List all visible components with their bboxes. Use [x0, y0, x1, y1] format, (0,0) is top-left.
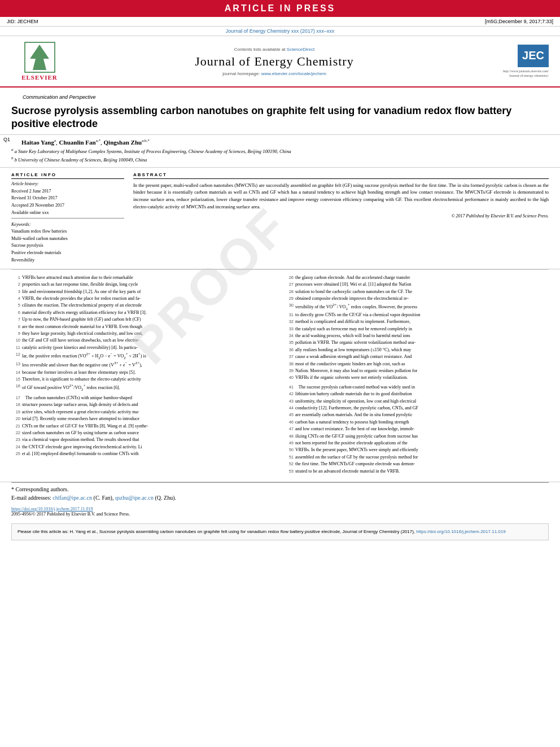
journal-subtitle-line: Journal of Energy Chemistry xxx (2017) x…: [0, 27, 560, 36]
line-35: 35: [285, 339, 294, 346]
line-42: 42: [285, 391, 294, 397]
email-zhu-name: (Q. Zhu).: [155, 495, 176, 501]
q1-marker: Q1: [3, 137, 10, 142]
article-info-heading: ARTICLE INFO: [11, 172, 124, 179]
line-17: 17: [11, 395, 20, 401]
body-right-col: 26the glassy carbon electrode. And the a…: [285, 274, 549, 477]
line-4: 4: [11, 295, 20, 302]
line-8: 8: [11, 324, 20, 330]
jec-logo: JEC: [518, 45, 549, 67]
affiliation-a: a a State Key Laboratory of Multiphase C…: [11, 147, 549, 155]
line-46: 46: [285, 419, 294, 426]
doi-link[interactable]: https://doi.org/10.1016/j.jechem.2017.11…: [11, 506, 93, 512]
email-chlfan[interactable]: chlfan@ipe.ac.cn: [53, 495, 92, 501]
line-2: 2: [11, 281, 20, 288]
line-15: 15: [11, 376, 20, 383]
accepted-date: Accepted 20 November 2017: [11, 202, 124, 209]
article-in-press-banner: ARTICLE IN PRESS: [0, 0, 560, 17]
line-28: 28: [285, 289, 294, 295]
line-39: 39: [285, 368, 294, 374]
body-right-para-2: 41 The sucrose pyrolysis carbon-coated m…: [285, 384, 549, 475]
body-left-para-1: 1VRFBs have attracted much attention due…: [11, 274, 275, 392]
abstract-text: In the present paper, multi-walled carbo…: [133, 182, 549, 211]
email-fan-name: (C. Fan),: [94, 495, 115, 501]
line-11: 11: [11, 344, 20, 351]
elsevier-tree-icon: [24, 42, 55, 73]
sciencedirect-link[interactable]: ScienceDirect: [287, 47, 314, 52]
author-chuanlin: Chuanlin Fan: [59, 138, 96, 145]
body-right-para-1: 26the glassy carbon electrode. And the a…: [285, 274, 549, 382]
line-9: 9: [11, 330, 20, 337]
article-title: Sucrose pyrolysis assembling carbon nano…: [0, 102, 560, 135]
issn-line: 2095-4956/© 2017 Published by Elsevier B…: [11, 512, 130, 517]
line-26: 26: [285, 274, 294, 281]
doi-section: https://doi.org/10.1016/j.jechem.2017.11…: [0, 504, 560, 519]
keyword-1: Vanadium redox flow batteries: [11, 228, 124, 235]
elsevier-logo: ELSEVIER: [11, 42, 68, 81]
line-10: 10: [11, 337, 20, 344]
line-21: 21: [11, 423, 20, 430]
line-1: 1: [11, 274, 20, 281]
available-online: Available online xxx: [11, 209, 124, 217]
homepage-url[interactable]: www.elsevier.com/locate/jechem: [261, 71, 326, 76]
info-divider: [11, 218, 124, 219]
line-49: 49: [285, 440, 294, 447]
line-5: 5: [11, 302, 20, 309]
line-32: 32: [285, 318, 294, 325]
jid-left: JID: JECHEM: [7, 19, 38, 24]
line-50: 50: [285, 447, 294, 453]
line-27: 27: [285, 281, 294, 288]
line-24: 24: [11, 444, 20, 451]
citation-box: Please cite this article as: H. Yang et …: [11, 523, 549, 540]
line-43: 43: [285, 398, 294, 405]
line-22: 22: [11, 430, 20, 436]
email-qszhu[interactable]: qszhu@ipe.ac.cn: [115, 495, 154, 501]
line-34: 34: [285, 333, 294, 339]
authors-line: Haitao Yanga, Chuanlin Fana,*, Qingshan …: [11, 138, 549, 146]
author-haitao: Haitao Yang: [21, 138, 54, 145]
line-48: 48: [285, 433, 294, 440]
copyright-line: © 2017 Published by Elsevier B.V. and Sc…: [133, 213, 549, 219]
line-53: 53: [285, 468, 294, 475]
header-right: JEC http://www.journals.elsevier.com/Jou…: [481, 45, 549, 78]
line-20: 20: [11, 416, 20, 422]
line-18: 18: [11, 401, 20, 408]
line-51: 51: [285, 454, 294, 461]
line-31: 31: [285, 312, 294, 318]
authors-section: Q1 Haitao Yanga, Chuanlin Fana,*, Qingsh…: [0, 135, 560, 168]
line-41: 41: [285, 384, 294, 391]
keyword-3: Sucrose pyrolysis: [11, 242, 124, 250]
body-section: 1VRFBs have attracted much attention due…: [0, 270, 560, 482]
contents-available-label: Contents lists available at ScienceDirec…: [68, 47, 481, 52]
revised-date: Revised 31 October 2017: [11, 195, 124, 202]
article-type: Communication and Perspective: [11, 91, 549, 101]
jec-small-text: http://www.journals.elsevier.com/Journal…: [481, 69, 549, 78]
journal-homepage: journal homepage: www.elsevier.com/locat…: [68, 71, 481, 76]
journal-title: Journal of Energy Chemistry: [68, 54, 481, 69]
body-left-col: 1VRFBs have attracted much attention due…: [11, 274, 275, 477]
jid-line: JID: JECHEM [m5G;December 9, 2017;7:33]: [0, 17, 560, 27]
line-38: 38: [285, 361, 294, 368]
line-52: 52: [285, 461, 294, 468]
journal-subtitle: Journal of Energy Chemistry xxx (2017) x…: [226, 28, 335, 34]
line-29: 29: [285, 295, 294, 302]
line-47: 47: [285, 426, 294, 433]
citation-doi-link[interactable]: https://doi.org/10.1016/j.jechem.2017.11…: [416, 529, 505, 534]
line-3: 3: [11, 289, 20, 295]
line-36: 36: [285, 347, 294, 353]
corresponding-authors: * Corresponding authors.: [11, 485, 549, 493]
body-left-para-2: 17 The carbon nanotubes (CNTs) with uniq…: [11, 395, 275, 458]
line-16: 16: [11, 383, 20, 390]
article-info-abstract-section: ARTICLE INFO Article history: Received 2…: [0, 168, 560, 269]
author-qingshan: Qingshan Zhu: [104, 138, 142, 145]
elsevier-text: ELSEVIER: [21, 74, 58, 81]
keyword-5: Reversibility: [11, 257, 124, 264]
jid-right: [m5G;December 9, 2017;7:33]: [485, 19, 553, 24]
keywords-label: Keywords:: [11, 222, 124, 227]
line-23: 23: [11, 436, 20, 443]
received-date: Received 2 June 2017: [11, 188, 124, 195]
citation-text: Please cite this article as: H. Yang et …: [18, 529, 415, 534]
article-info-col: ARTICLE INFO Article history: Received 2…: [11, 172, 124, 264]
affiliation-b: b b University of Chinese Academy of Sci…: [11, 155, 549, 164]
elsevier-logo-area: ELSEVIER: [11, 42, 68, 81]
